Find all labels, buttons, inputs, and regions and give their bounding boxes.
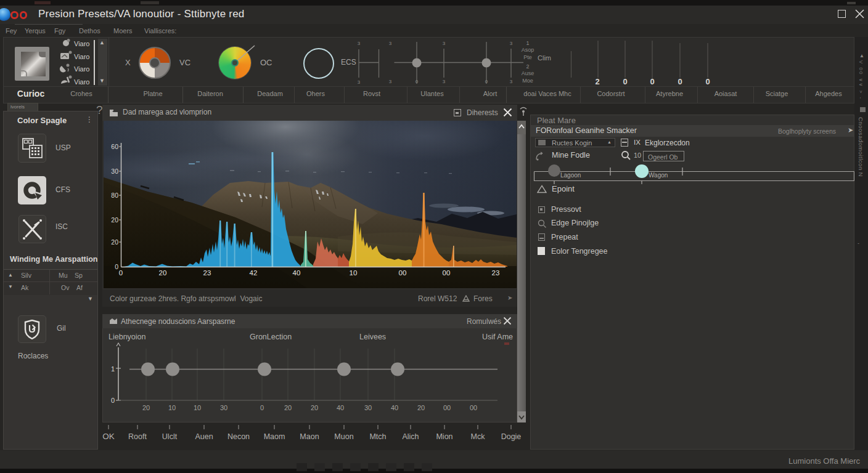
svg-text:3: 3	[443, 79, 446, 84]
svg-text:0: 0	[119, 269, 123, 277]
svg-text:20: 20	[284, 404, 292, 411]
svg-text:10: 10	[350, 269, 358, 277]
svg-text:Ause: Ause	[522, 70, 534, 76]
svg-text:Maon: Maon	[300, 432, 319, 441]
svg-text:OK: OK	[102, 432, 115, 441]
svg-text:Asop: Asop	[522, 47, 534, 53]
svg-text:00: 00	[470, 404, 477, 411]
svg-text:20: 20	[111, 238, 118, 246]
svg-text:0: 0	[111, 397, 115, 404]
svg-text:Moe: Moe	[522, 78, 533, 84]
svg-text:Rooft: Rooft	[128, 432, 147, 441]
svg-text:0: 0	[260, 404, 264, 411]
svg-text:2: 2	[595, 77, 599, 86]
svg-text:Wagon: Wagon	[649, 172, 668, 179]
svg-text:20: 20	[159, 269, 167, 277]
svg-text:3: 3	[389, 79, 392, 84]
svg-text:0: 0	[115, 263, 118, 270]
svg-text:20: 20	[311, 404, 318, 411]
svg-text:30: 30	[364, 404, 372, 411]
svg-text:00: 00	[443, 404, 451, 411]
svg-text:3: 3	[358, 79, 361, 85]
svg-text:Alich: Alich	[402, 432, 419, 441]
svg-text:Auen: Auen	[195, 432, 213, 441]
svg-text:0: 0	[678, 77, 682, 86]
svg-text:00: 00	[443, 269, 451, 277]
svg-text:Lagoon: Lagoon	[560, 172, 581, 179]
svg-text:20: 20	[142, 404, 150, 411]
svg-text:0: 0	[416, 79, 419, 84]
svg-text:10: 10	[194, 404, 201, 411]
svg-text:20: 20	[417, 404, 425, 411]
svg-text:3: 3	[510, 79, 513, 84]
svg-text:00: 00	[399, 269, 407, 277]
svg-text:30: 30	[220, 404, 227, 411]
svg-text:Necon: Necon	[227, 432, 250, 441]
svg-text:Mtch: Mtch	[369, 432, 386, 441]
svg-text:3: 3	[389, 41, 392, 46]
svg-text:30: 30	[111, 168, 118, 175]
svg-text:80: 80	[111, 192, 118, 199]
svg-text:23: 23	[492, 269, 500, 277]
svg-text:Maom: Maom	[264, 432, 285, 441]
svg-text:0: 0	[623, 77, 627, 86]
svg-text:0: 0	[705, 77, 710, 86]
svg-text:Ulclt: Ulclt	[162, 432, 178, 441]
svg-text:42: 42	[250, 269, 258, 277]
svg-text:60: 60	[111, 143, 118, 150]
svg-text:Clim: Clim	[538, 54, 551, 62]
svg-text:Pte: Pte	[523, 54, 532, 60]
svg-text:2: 2	[526, 63, 529, 70]
svg-text:0: 0	[650, 77, 654, 86]
svg-text:20: 20	[111, 216, 118, 224]
svg-text:Dogie: Dogie	[501, 432, 522, 441]
svg-text:3: 3	[358, 41, 361, 46]
svg-text:1: 1	[526, 40, 529, 46]
svg-text:Muon: Muon	[334, 432, 353, 441]
svg-text:Mion: Mion	[436, 432, 452, 441]
svg-text:0: 0	[485, 79, 488, 84]
svg-text:1: 1	[111, 365, 115, 373]
svg-text:3: 3	[510, 41, 513, 46]
svg-text:40: 40	[337, 404, 344, 411]
svg-text:40: 40	[391, 404, 398, 411]
svg-text:23: 23	[203, 269, 211, 277]
svg-text:10: 10	[168, 404, 176, 411]
svg-text:Mck: Mck	[471, 432, 486, 441]
svg-text:40: 40	[293, 269, 301, 277]
svg-text:3: 3	[443, 41, 446, 46]
